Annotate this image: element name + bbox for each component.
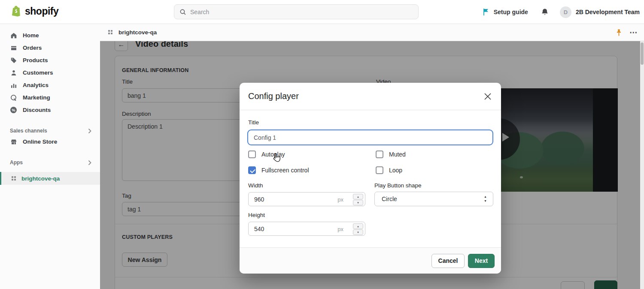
shopify-logo[interactable]: shopify bbox=[11, 5, 58, 17]
width-input[interactable]: 960 px ▲ ▼ bbox=[248, 192, 365, 206]
stepper-up-icon[interactable]: ▲ bbox=[353, 194, 363, 199]
app-breadcrumb-bar: brightcove-qa ⋯ bbox=[100, 24, 644, 41]
play-button-shape-select[interactable]: Circle ▲▼ bbox=[374, 192, 493, 206]
pin-icon[interactable] bbox=[616, 29, 622, 36]
fullscreen-control-checkbox[interactable]: Fullscreen control bbox=[248, 166, 309, 174]
sidebar-item-orders[interactable]: Orders bbox=[0, 42, 100, 54]
sidebar-item-online-store[interactable]: Online Store bbox=[0, 135, 100, 148]
notifications-bell-icon[interactable] bbox=[541, 8, 549, 16]
shopify-bag-icon bbox=[11, 5, 22, 17]
loop-checkbox[interactable]: Loop bbox=[376, 166, 402, 174]
setup-guide-label: Setup guide bbox=[494, 9, 528, 15]
selected-indicator bbox=[0, 172, 1, 185]
orders-icon bbox=[10, 45, 17, 51]
topbar: shopify Setup guide D 2B Development Tea… bbox=[0, 0, 644, 24]
chevron-right-icon bbox=[88, 128, 91, 134]
height-stepper: ▲ ▼ bbox=[353, 223, 363, 235]
stepper-down-icon[interactable]: ▼ bbox=[353, 229, 363, 235]
search-icon bbox=[179, 9, 186, 15]
autoplay-checkbox[interactable]: Autoplay bbox=[248, 151, 285, 158]
account-name: 2B Development Team bbox=[576, 9, 640, 15]
global-search[interactable] bbox=[174, 4, 419, 19]
person-icon bbox=[10, 69, 17, 76]
sidebar-item-brightcove-qa[interactable]: brightcove-qa bbox=[0, 172, 100, 185]
sidebar-item-discounts[interactable]: % Discounts bbox=[0, 104, 100, 116]
store-icon bbox=[10, 138, 17, 145]
width-label: Width bbox=[248, 182, 263, 189]
stepper-up-icon[interactable]: ▲ bbox=[353, 223, 363, 229]
stepper-down-icon[interactable]: ▼ bbox=[353, 200, 363, 205]
app-grid-icon bbox=[108, 30, 113, 35]
search-input[interactable] bbox=[190, 9, 413, 15]
sidebar-item-marketing[interactable]: Marketing bbox=[0, 91, 100, 104]
chevron-right-icon bbox=[88, 160, 91, 166]
sidebar-item-home[interactable]: Home bbox=[0, 29, 100, 42]
breadcrumb[interactable]: brightcove-qa bbox=[108, 29, 157, 36]
sidebar-section-sales-channels[interactable]: Sales channels bbox=[0, 126, 100, 135]
account-menu[interactable]: D 2B Development Team bbox=[560, 6, 640, 18]
next-button[interactable]: Next bbox=[468, 254, 495, 268]
megaphone-icon bbox=[10, 94, 17, 101]
width-unit: px bbox=[337, 196, 343, 203]
height-input[interactable]: 540 px ▲ ▼ bbox=[248, 222, 365, 236]
modal-footer: Cancel Next bbox=[240, 247, 501, 274]
sidebar-item-customers[interactable]: Customers bbox=[0, 66, 100, 79]
home-icon bbox=[10, 32, 17, 39]
app-grid-icon bbox=[12, 176, 16, 181]
setup-guide-button[interactable]: Setup guide bbox=[483, 8, 528, 16]
checkbox-box[interactable] bbox=[248, 151, 256, 158]
sidebar-section-apps[interactable]: Apps bbox=[0, 158, 100, 167]
modal-title: Config player bbox=[248, 91, 299, 101]
cancel-button[interactable]: Cancel bbox=[431, 254, 465, 268]
discount-icon: % bbox=[10, 107, 17, 113]
modal-header: Config player bbox=[240, 83, 501, 110]
width-stepper: ▲ ▼ bbox=[353, 194, 363, 205]
sidebar-item-analytics[interactable]: Analytics bbox=[0, 79, 100, 91]
checkbox-box[interactable] bbox=[376, 151, 383, 158]
play-button-shape-label: Play Button shape bbox=[374, 182, 422, 189]
scrollbar-thumb[interactable] bbox=[641, 42, 644, 65]
config-title-label: Title bbox=[248, 119, 259, 126]
height-label: Height bbox=[248, 212, 265, 218]
select-updown-icon: ▲▼ bbox=[484, 195, 487, 203]
config-title-input[interactable] bbox=[247, 129, 493, 145]
more-actions-button[interactable]: ⋯ bbox=[629, 30, 638, 35]
flag-icon bbox=[483, 8, 490, 16]
topbar-right: Setup guide D 2B Development Team bbox=[483, 0, 640, 24]
page-scrollbar[interactable] bbox=[640, 41, 644, 289]
height-unit: px bbox=[337, 226, 343, 232]
sidebar-item-products[interactable]: Products bbox=[0, 54, 100, 66]
tag-icon bbox=[10, 57, 17, 64]
bar-chart-icon bbox=[10, 82, 17, 89]
checkbox-box[interactable] bbox=[248, 166, 256, 174]
checkbox-box[interactable] bbox=[376, 166, 383, 174]
config-player-modal: Config player Title Autoplay Muted Fulls… bbox=[240, 83, 501, 274]
brand-name: shopify bbox=[25, 6, 58, 17]
close-icon[interactable] bbox=[483, 91, 493, 102]
muted-checkbox[interactable]: Muted bbox=[376, 151, 406, 158]
avatar: D bbox=[560, 6, 571, 18]
sidebar: Home Orders Products Customers Analytics… bbox=[0, 24, 100, 289]
